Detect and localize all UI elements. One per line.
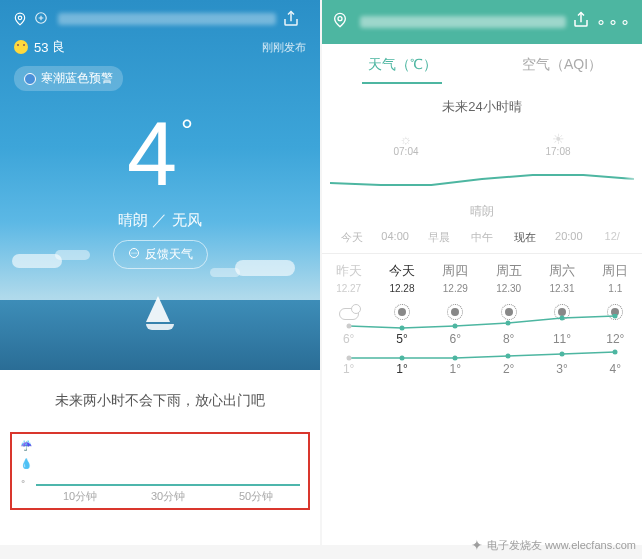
aqi-face-icon — [14, 40, 28, 54]
hourly-timeline: 今天 04:00 早晨 中午 现在 20:00 12/ — [330, 230, 634, 245]
sunrise-time: 07:04 — [393, 146, 418, 157]
tab-weather[interactable]: 天气（℃） — [322, 44, 482, 84]
sunset: ☀ 17:08 — [545, 132, 570, 157]
time-cell: 12/ — [591, 230, 634, 245]
day-col: 周日 1.1 12° 4° — [589, 262, 642, 376]
sunrise-icon: ☼ — [393, 132, 418, 146]
sunrise: ☼ 07:04 — [393, 132, 418, 157]
sailboat-icon — [146, 296, 174, 330]
location-add-icon[interactable] — [34, 11, 48, 28]
day-col: 周六 12.31 11° 3° — [535, 262, 588, 376]
temperature-value: 4 — [127, 104, 177, 204]
current-temperature: 4° — [0, 109, 320, 199]
day-name: 今天 — [375, 262, 428, 280]
hourly-forecast-panel[interactable]: 未来24小时晴 ☼ 07:04 ☀ 17:08 晴朗 今天 04:00 早晨 中… — [322, 84, 642, 254]
weather-tabs: 天气（℃） 空气（AQI） — [322, 44, 642, 84]
day-date: 1.1 — [589, 283, 642, 294]
day-low: 4° — [589, 362, 642, 376]
sunny-icon — [447, 304, 463, 320]
daily-forecast-row[interactable]: 昨天 12.27 6° 1° 今天 12.28 5° 1° 周四 12.29 6… — [322, 254, 642, 380]
weather-alert-pill[interactable]: 寒潮蓝色预警 — [14, 66, 123, 91]
x-tick: 10分钟 — [63, 489, 97, 504]
weather-app-main-screen: 53 良 刚刚发布 寒潮蓝色预警 4° 晴朗 ／ 无风 反馈天气 — [0, 0, 320, 545]
day-col-yesterday: 昨天 12.27 6° 1° — [322, 262, 375, 376]
degree-symbol: ° — [181, 113, 193, 146]
sunny-icon — [501, 304, 517, 320]
precipitation-x-axis: 10分钟 30分钟 50分钟 — [36, 489, 300, 504]
aqi-level: 良 — [52, 38, 65, 56]
cloud-icon — [339, 308, 359, 320]
day-low: 1° — [429, 362, 482, 376]
day-low: 1° — [375, 362, 428, 376]
day-low: 1° — [322, 362, 375, 376]
day-high: 8° — [482, 332, 535, 346]
sunny-icon — [554, 304, 570, 320]
svg-point-3 — [338, 17, 342, 21]
time-cell: 04:00 — [373, 230, 416, 245]
svg-point-0 — [18, 16, 22, 20]
day-low: 3° — [535, 362, 588, 376]
two-hour-forecast-text: 未来两小时不会下雨，放心出门吧 — [0, 370, 320, 432]
day-name: 周日 — [589, 262, 642, 280]
day-col-today: 今天 12.28 5° 1° — [375, 262, 428, 376]
time-cell: 早晨 — [417, 230, 460, 245]
time-cell: 20:00 — [547, 230, 590, 245]
alert-text: 寒潮蓝色预警 — [41, 70, 113, 87]
sky-hero: 53 良 刚刚发布 寒潮蓝色预警 4° 晴朗 ／ 无风 反馈天气 — [0, 0, 320, 370]
location-pin-icon[interactable] — [332, 12, 348, 32]
top-bar: ∘∘∘ — [322, 0, 642, 44]
day-name: 周五 — [482, 262, 535, 280]
x-tick: 50分钟 — [239, 489, 273, 504]
share-icon[interactable] — [572, 11, 590, 33]
day-high: 12° — [589, 332, 642, 346]
tab-air[interactable]: 空气（AQI） — [482, 44, 642, 84]
shield-icon — [24, 73, 36, 85]
precipitation-chart: ☔ 💧 ∘ 10分钟 30分钟 50分钟 — [10, 432, 310, 510]
rain-mid-icon: 💧 — [20, 458, 32, 469]
day-name: 昨天 — [322, 262, 375, 280]
hourly-condition: 晴朗 — [330, 203, 634, 220]
share-icon[interactable] — [282, 10, 300, 28]
day-high: 5° — [375, 332, 428, 346]
rain-heavy-icon: ☔ — [20, 440, 32, 451]
rain-light-icon: ∘ — [20, 475, 32, 486]
aqi-value: 53 — [34, 40, 48, 55]
clouds-decoration — [0, 250, 320, 290]
x-tick: 30分钟 — [151, 489, 185, 504]
day-col: 周五 12.30 8° 2° — [482, 262, 535, 376]
day-date: 12.28 — [375, 283, 428, 294]
hourly-temp-curve — [330, 165, 634, 193]
sunny-icon — [607, 304, 623, 320]
sunset-icon: ☀ — [545, 132, 570, 146]
day-low: 2° — [482, 362, 535, 376]
hourly-title: 未来24小时晴 — [330, 98, 634, 116]
day-col: 周四 12.29 6° 1° — [429, 262, 482, 376]
day-name: 周四 — [429, 262, 482, 280]
sunset-time: 17:08 — [545, 146, 570, 157]
condition-text: 晴朗 ／ 无风 — [0, 211, 320, 230]
day-date: 12.30 — [482, 283, 535, 294]
weather-app-forecast-screen: ∘∘∘ 天气（℃） 空气（AQI） 未来24小时晴 ☼ 07:04 ☀ 17:0… — [322, 0, 642, 545]
location-text-redacted — [58, 13, 276, 25]
location-pin-icon[interactable] — [12, 11, 28, 27]
time-cell: 中午 — [460, 230, 503, 245]
day-high: 6° — [429, 332, 482, 346]
more-icon[interactable]: ∘∘∘ — [596, 13, 632, 32]
day-high: 11° — [535, 332, 588, 346]
precipitation-line — [36, 484, 300, 486]
aqi-row[interactable]: 53 良 刚刚发布 — [0, 38, 320, 56]
sea-decoration — [0, 300, 320, 370]
time-cell: 今天 — [330, 230, 373, 245]
publish-time: 刚刚发布 — [262, 40, 306, 55]
top-bar — [0, 0, 320, 38]
sunny-icon — [394, 304, 410, 320]
day-date: 12.27 — [322, 283, 375, 294]
day-high: 6° — [322, 332, 375, 346]
day-name: 周六 — [535, 262, 588, 280]
day-date: 12.31 — [535, 283, 588, 294]
day-date: 12.29 — [429, 283, 482, 294]
time-cell-now: 现在 — [504, 230, 547, 245]
location-text-redacted — [360, 16, 566, 28]
